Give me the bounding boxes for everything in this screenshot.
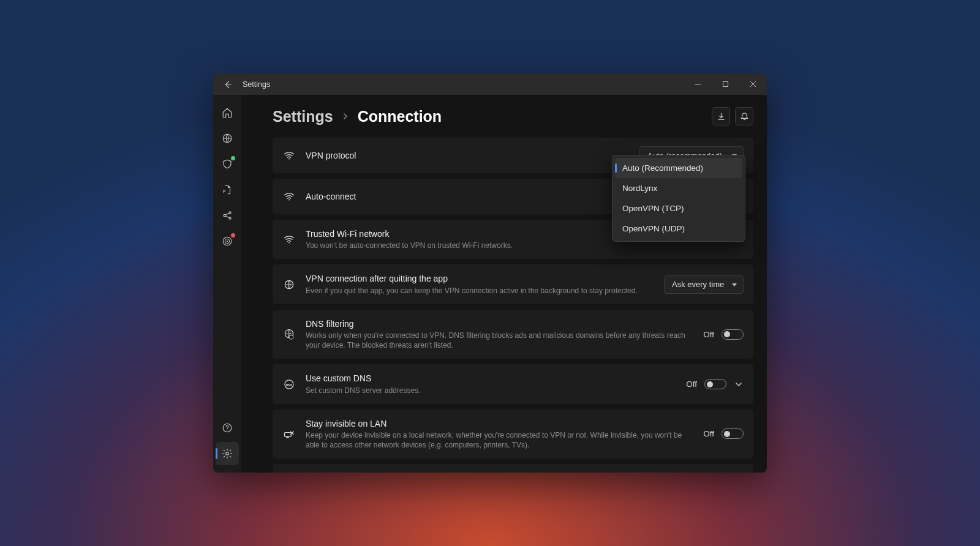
dropdown-item[interactable]: OpenVPN (UDP) (615, 219, 742, 239)
sidebar-item-protection[interactable] (216, 152, 239, 176)
lan-invisible-toggle[interactable] (722, 428, 744, 439)
row-title: Use custom DNS (306, 373, 676, 384)
dropdown-item[interactable]: OpenVPN (TCP) (615, 198, 742, 219)
shield-icon (222, 159, 233, 170)
svg-point-12 (288, 199, 290, 200)
settings-window: Settings (213, 73, 767, 473)
radar-icon (222, 236, 233, 247)
sidebar-item-browse[interactable] (216, 127, 239, 150)
dropdown-item[interactable]: NordLynx (615, 178, 742, 198)
close-button[interactable] (739, 73, 767, 95)
lan-invisible-icon (282, 427, 296, 441)
alert-dot-icon (231, 233, 235, 237)
maximize-button[interactable] (712, 73, 739, 95)
bell-icon (740, 112, 749, 121)
row-desc: Even if you quit the app, you can keep t… (306, 286, 654, 296)
toggle-state: Off (686, 380, 697, 389)
file-share-icon (222, 184, 233, 195)
dns-filtering-toggle[interactable] (722, 329, 744, 340)
help-icon (222, 422, 233, 433)
globe-exit-icon (282, 278, 296, 291)
setting-row-lan-invisible: Stay invisible on LAN Keep your device i… (273, 410, 753, 459)
window-body: Settings Connection (213, 95, 767, 473)
chevron-right-icon (342, 113, 349, 120)
dropdown-item-label: OpenVPN (TCP) (622, 204, 684, 213)
row-desc: Set custom DNS server addresses. (306, 386, 676, 395)
window-controls (684, 73, 767, 95)
notifications-button[interactable] (735, 107, 753, 125)
minimize-button[interactable] (684, 73, 712, 95)
row-title: VPN protocol (306, 150, 630, 161)
svg-point-3 (228, 212, 230, 214)
chevron-down-icon[interactable] (734, 380, 744, 389)
row-desc: You won't be auto-connected to VPN on tr… (306, 241, 724, 250)
vpn-protocol-dropdown: Auto (Recommended) NordLynx OpenVPN (TCP… (612, 155, 745, 242)
svg-point-11 (288, 158, 290, 159)
dropdown-item-label: NordLynx (622, 184, 657, 193)
gear-icon (222, 448, 233, 459)
row-title: VPN connection after quitting the app (306, 273, 654, 284)
svg-point-13 (288, 242, 290, 244)
svg-point-10 (225, 452, 228, 455)
setting-row-remote-access: Allow remote access while connected to V… (273, 464, 753, 473)
status-dot-icon (231, 156, 235, 160)
row-desc: Keep your device invisible on a local ne… (306, 430, 693, 450)
main-content: Settings Connection (241, 95, 767, 473)
dropdown-item-label: OpenVPN (UDP) (622, 224, 685, 233)
row-title: Stay invisible on LAN (306, 418, 693, 429)
close-icon (750, 81, 756, 88)
after-quit-select[interactable]: Ask every time (664, 275, 744, 294)
download-icon (717, 112, 726, 121)
setting-row-dns-filtering: DNS filtering Works only when you're con… (273, 310, 753, 359)
sidebar-item-file[interactable] (216, 178, 239, 201)
titlebar: Settings (213, 73, 767, 95)
window-title: Settings (243, 80, 270, 89)
header-actions (712, 107, 753, 125)
toggle-state: Off (703, 330, 714, 339)
dropdown-item-label: Auto (Recommended) (622, 163, 703, 173)
select-value: Ask every time (672, 280, 724, 289)
row-desc: Works only when you're connected to VPN.… (306, 331, 693, 350)
sidebar-item-settings[interactable] (216, 442, 239, 465)
signal-icon (282, 149, 296, 162)
dropdown-item[interactable]: Auto (Recommended) (615, 158, 742, 178)
wifi-icon (282, 190, 296, 203)
setting-row-custom-dns: DNS Use custom DNS Set custom DNS server… (273, 364, 753, 403)
wifi-trusted-icon (282, 233, 296, 246)
sidebar-item-radar[interactable] (216, 230, 239, 253)
breadcrumb: Settings Connection (273, 108, 442, 125)
home-icon (222, 107, 233, 118)
download-button[interactable] (712, 107, 730, 125)
page-header: Settings Connection (273, 107, 753, 125)
minimize-icon (695, 81, 701, 88)
svg-point-2 (223, 214, 225, 216)
svg-point-4 (228, 217, 230, 219)
svg-text:DNS: DNS (286, 383, 293, 386)
toggle-state: Off (703, 429, 714, 438)
maximize-icon (722, 81, 729, 88)
sidebar-item-help[interactable] (216, 416, 239, 439)
dns-shield-icon (282, 327, 296, 341)
svg-point-9 (227, 430, 227, 430)
breadcrumb-current: Connection (358, 108, 442, 125)
back-button[interactable] (218, 75, 238, 94)
sidebar-item-home[interactable] (216, 101, 239, 124)
svg-rect-18 (285, 432, 292, 436)
svg-rect-0 (723, 82, 728, 87)
dns-icon: DNS (282, 378, 296, 391)
breadcrumb-root[interactable]: Settings (273, 108, 333, 125)
sidebar-item-mesh[interactable] (216, 204, 239, 227)
setting-row-after-quit: VPN connection after quitting the app Ev… (273, 264, 753, 304)
mesh-icon (222, 210, 233, 221)
globe-icon (222, 133, 233, 144)
custom-dns-toggle[interactable] (704, 379, 726, 389)
arrow-left-icon (224, 80, 232, 89)
row-title: DNS filtering (306, 318, 693, 329)
sidebar (213, 95, 241, 473)
svg-point-7 (226, 241, 227, 242)
